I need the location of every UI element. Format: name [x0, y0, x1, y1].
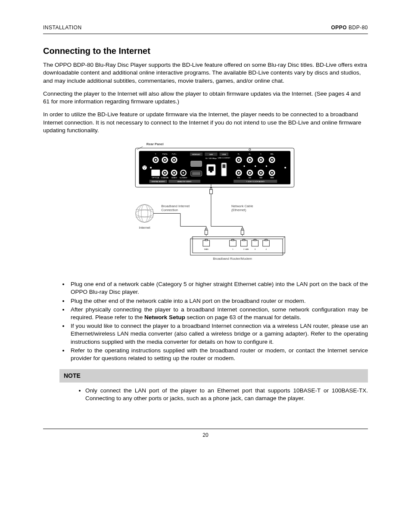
- svg-rect-113: [205, 230, 208, 234]
- svg-point-92: [249, 149, 251, 150]
- note-box: NOTE Only connect the LAN port of the pl…: [59, 369, 368, 402]
- page-footer: 20: [43, 429, 368, 439]
- svg-point-69: [271, 159, 273, 161]
- svg-point-72: [266, 165, 267, 167]
- svg-rect-129: [243, 239, 245, 240]
- svg-text:HDMI A/V: HDMI A/V: [192, 153, 200, 156]
- svg-rect-20: [151, 169, 160, 176]
- svg-text:LAN: LAN: [245, 248, 249, 250]
- svg-point-71: [255, 165, 256, 167]
- svg-point-18: [173, 159, 175, 161]
- svg-rect-126: [232, 239, 234, 240]
- svg-point-75: [238, 172, 240, 174]
- svg-text:C: C: [260, 153, 262, 155]
- svg-rect-131: [252, 240, 258, 246]
- svg-text:SBR: SBR: [270, 177, 274, 179]
- svg-point-5: [145, 167, 146, 168]
- svg-rect-128: [240, 240, 247, 246]
- svg-rect-114: [206, 228, 207, 230]
- header-left: INSTALLATION: [43, 24, 82, 31]
- paragraph-1: The OPPO BDP-80 Blu-Ray Disc Player supp…: [43, 61, 368, 85]
- paragraph-2: Connecting the player to the Internet wi…: [43, 90, 368, 106]
- svg-point-19: [150, 167, 152, 168]
- svg-point-84: [271, 172, 273, 174]
- svg-rect-96: [210, 187, 212, 189]
- svg-point-66: [260, 159, 262, 161]
- rule-top: [43, 34, 368, 34]
- svg-line-121: [283, 253, 285, 255]
- svg-text:USB 2.0  HOST: USB 2.0 HOST: [218, 157, 230, 159]
- instruction-item: Plug the other end of the network cable …: [69, 297, 368, 305]
- svg-point-60: [238, 159, 240, 161]
- svg-point-6: [144, 168, 145, 169]
- svg-point-91: [284, 167, 286, 168]
- svg-text:LAN: LAN: [209, 153, 213, 156]
- svg-text:FL: FL: [238, 153, 240, 155]
- svg-point-63: [249, 159, 251, 161]
- instruction-item: Plug one end of a network cable (Categor…: [69, 280, 368, 296]
- svg-text:SR: SR: [249, 177, 251, 179]
- svg-point-12: [155, 159, 156, 161]
- svg-text:WAN: WAN: [204, 248, 209, 250]
- svg-text:Internet: Internet: [139, 226, 151, 230]
- page-number: 20: [202, 432, 208, 438]
- note-title: NOTE: [59, 369, 368, 383]
- svg-text:ANALOG VIDEO: ANALOG VIDEO: [177, 180, 192, 183]
- svg-point-78: [249, 172, 251, 174]
- svg-point-4: [143, 167, 144, 168]
- svg-line-119: [190, 236, 193, 239]
- note-item: Only connect the LAN port of the player …: [85, 387, 368, 402]
- svg-rect-122: [203, 240, 209, 246]
- svg-text:SL: SL: [249, 153, 251, 155]
- svg-text:Broadband Internet
        Con: Broadband Internet Connection: [161, 204, 190, 212]
- svg-text:SW: SW: [259, 177, 263, 179]
- instruction-list: Plug one end of a network cable (Categor…: [69, 280, 368, 362]
- svg-rect-125: [230, 240, 236, 246]
- svg-rect-134: [263, 240, 269, 246]
- svg-rect-40: [191, 161, 202, 167]
- svg-point-15: [164, 159, 166, 161]
- svg-text:7.1CH / 5.1CH AUDIO: 7.1CH / 5.1CH AUDIO: [246, 180, 265, 183]
- svg-point-104: [141, 205, 148, 222]
- svg-text:SBL: SBL: [270, 153, 274, 155]
- paragraph-3: In order to utilize the BD-Live feature …: [43, 111, 368, 134]
- svg-rect-48: [210, 171, 212, 172]
- svg-rect-53: [222, 164, 225, 168]
- svg-point-29: [183, 172, 184, 173]
- svg-text:VIDEO: VIDEO: [171, 177, 177, 179]
- svg-text:Y: Y: [155, 153, 156, 155]
- connection-diagram: .t { font: 8px Arial; fill:#000; text-an…: [43, 140, 368, 271]
- svg-text:OPTICAL: OPTICAL: [152, 177, 160, 179]
- svg-point-70: [243, 165, 245, 167]
- header-right: OPPO BDP-80: [331, 24, 368, 31]
- svg-point-26: [173, 172, 175, 174]
- svg-text:USB: USB: [222, 153, 226, 156]
- section-title: Connecting to the Internet: [43, 45, 368, 57]
- svg-text:COAXIAL: COAXIAL: [161, 177, 169, 179]
- svg-text:FR: FR: [237, 177, 240, 179]
- svg-text:Pb/Cb: Pb/Cb: [162, 153, 168, 155]
- svg-rect-42: [192, 172, 200, 175]
- svg-rect-135: [265, 239, 267, 240]
- svg-point-23: [164, 172, 166, 174]
- instruction-item: After physically connecting the player t…: [69, 306, 368, 321]
- svg-text:Broadband Router/Modem: Broadband Router/Modem: [213, 257, 252, 261]
- svg-rect-100: [241, 230, 244, 234]
- instruction-item: Refer to the operating instructions supp…: [69, 347, 368, 362]
- svg-point-81: [260, 172, 262, 174]
- svg-text:Network Cable
        (Etherne: Network Cable (Ethernet): [231, 204, 254, 212]
- svg-rect-101: [242, 228, 243, 230]
- svg-text:S-VIDEO: S-VIDEO: [180, 177, 187, 179]
- svg-text:Pr/Cr: Pr/Cr: [172, 153, 177, 155]
- instruction-item: If you would like to connect the player …: [69, 322, 368, 346]
- svg-text:DIGITAL AUDIO: DIGITAL AUDIO: [152, 180, 165, 183]
- svg-rect-123: [205, 239, 207, 240]
- svg-rect-132: [254, 239, 256, 240]
- svg-point-105: [138, 205, 151, 222]
- svg-rect-95: [209, 190, 212, 194]
- svg-rect-47: [209, 167, 214, 171]
- svg-text:10 / 100 Mbps: 10 / 100 Mbps: [205, 157, 217, 159]
- svg-text:Rear Panel: Rear Panel: [146, 142, 164, 146]
- svg-point-3: [142, 165, 146, 170]
